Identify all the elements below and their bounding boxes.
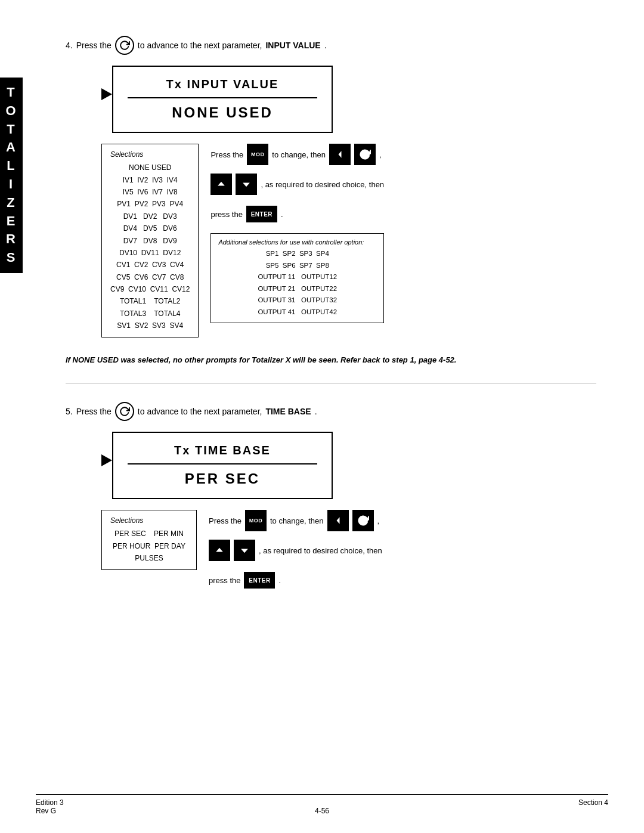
press-mod-line-2: Press the MOD to change, then , xyxy=(209,510,382,531)
step5-text2: to advance to the next parameter, xyxy=(138,407,262,416)
display-box-time-base: Tx TIME BASE PER SEC xyxy=(112,432,333,499)
sidebar-letter-s: S xyxy=(2,249,20,267)
additional-content: SP1 SP2 SP3 SP4 SP5 SP6 SP7 SP8 OUTPUT 1… xyxy=(218,248,376,318)
additional-title: Additional selections for use with contr… xyxy=(218,239,376,246)
page: T O T A L I Z E R S 4. Press the to adva… xyxy=(0,0,644,833)
svg-marker-5 xyxy=(241,549,248,553)
section2-step5: 5. Press the to advance to the next para… xyxy=(66,402,608,589)
sidebar-letter-t: T xyxy=(2,83,20,102)
display-line1-time: Tx TIME BASE xyxy=(128,444,317,457)
sidebar-letter-e: E xyxy=(2,212,20,231)
svg-marker-2 xyxy=(243,183,250,187)
sidebar-letter-i: I xyxy=(2,175,20,194)
up-down-line-2: , as required to desired choice, then xyxy=(209,540,382,561)
press-the-2: press the xyxy=(209,576,240,585)
section-divider xyxy=(66,383,596,384)
selections-content-2: PER SEC PER MIN PER HOUR PER DAY PULSES xyxy=(110,528,188,564)
note-text: If NONE USED was selected, no other prom… xyxy=(66,354,608,366)
additional-selections-box: Additional selections for use with contr… xyxy=(210,233,384,323)
step5-num: 5. xyxy=(66,407,73,416)
step5-period: . xyxy=(315,407,317,416)
comma-2: , xyxy=(377,516,380,525)
sidebar-letter-r: R xyxy=(2,230,20,249)
step5-param: TIME BASE xyxy=(265,407,311,416)
display-box-input-value: Tx INPUT VALUE NONE USED xyxy=(112,66,333,133)
enter-button-1[interactable]: ENTER xyxy=(246,206,277,222)
svg-marker-0 xyxy=(338,151,341,158)
footer-left: Edition 3 Rev G xyxy=(36,798,64,815)
step4-text: Press the xyxy=(76,41,112,50)
to-change-then-2: to change, then xyxy=(270,516,324,525)
section1-step4: 4. Press the to advance to the next para… xyxy=(66,36,608,337)
cycle-button-3[interactable] xyxy=(352,510,374,531)
as-required-1: , as required to desired choice, then xyxy=(261,180,384,189)
up-arrow-button-1[interactable] xyxy=(210,174,232,195)
up-down-line-1: , as required to desired choice, then xyxy=(210,174,384,195)
sidebar-letter-l: L xyxy=(2,157,20,175)
step4-param: INPUT VALUE xyxy=(265,41,320,50)
step4-period: . xyxy=(324,41,327,50)
footer-edition: Edition 3 xyxy=(36,798,64,807)
press-enter-line-2: press the ENTER . xyxy=(209,572,382,589)
mod-button-2[interactable]: MOD xyxy=(245,510,267,531)
selections-title-2: Selections xyxy=(110,515,188,527)
cycle-button-icon[interactable] xyxy=(115,36,134,55)
comma-1: , xyxy=(379,150,382,159)
footer-right: Section 4 xyxy=(578,798,608,815)
mod-button-1[interactable]: MOD xyxy=(247,144,268,165)
press-text-2: Press the xyxy=(209,516,242,525)
selections-box-input: Selections NONE USED IV1 IV2 IV3 IV4 IV5… xyxy=(101,144,199,337)
footer-rev: Rev G xyxy=(36,807,64,815)
press-text-1: Press the xyxy=(210,150,243,159)
period-enter-1: . xyxy=(281,210,283,219)
arrow-right-2 xyxy=(101,454,112,466)
left-arrow-button-2[interactable] xyxy=(327,510,349,531)
svg-marker-3 xyxy=(336,517,339,524)
display-line2-input: NONE USED xyxy=(128,104,317,121)
enter-button-2[interactable]: ENTER xyxy=(244,572,275,589)
press-the-1: press the xyxy=(210,210,242,219)
selections-content-1: NONE USED IV1 IV2 IV3 IV4 IV5 IV6 IV7 IV… xyxy=(110,162,190,332)
step5-text: Press the xyxy=(76,407,112,416)
display-line1-input: Tx INPUT VALUE xyxy=(128,78,317,91)
arrow-right-1 xyxy=(101,88,112,100)
press-enter-line-1: press the ENTER . xyxy=(210,206,384,222)
step4-line: 4. Press the to advance to the next para… xyxy=(66,36,608,55)
down-arrow-button-1[interactable] xyxy=(236,174,257,195)
as-required-2: , as required to desired choice, then xyxy=(259,546,382,555)
enter-label-1: ENTER xyxy=(251,211,273,218)
up-arrow-button-2[interactable] xyxy=(209,540,230,561)
down-arrow-button-2[interactable] xyxy=(234,540,255,561)
display-divider-2 xyxy=(128,463,317,465)
step4-num: 4. xyxy=(66,41,73,50)
to-change-then-1: to change, then xyxy=(272,150,326,159)
svg-marker-4 xyxy=(216,548,223,552)
display-line2-time: PER SEC xyxy=(128,470,317,487)
step4-text2: to advance to the next parameter, xyxy=(138,41,262,50)
sidebar-letter-o: O xyxy=(2,102,20,120)
svg-marker-1 xyxy=(218,182,225,186)
selections-title-1: Selections xyxy=(110,149,190,160)
sidebar-label: T O T A L I Z E R S xyxy=(0,78,23,273)
display-divider-1 xyxy=(128,97,317,98)
step5-line: 5. Press the to advance to the next para… xyxy=(66,402,608,421)
footer-page-num: 4-56 xyxy=(315,807,329,815)
cycle-button-2[interactable] xyxy=(354,144,376,165)
sidebar-letter-z: Z xyxy=(2,194,20,212)
left-arrow-button-1[interactable] xyxy=(329,144,351,165)
period-enter-2: . xyxy=(278,576,281,585)
sidebar-letter-a: A xyxy=(2,138,20,157)
enter-label-2: ENTER xyxy=(249,577,270,584)
press-mod-line-1: Press the MOD to change, then xyxy=(210,144,384,165)
cycle-button-icon-2[interactable] xyxy=(115,402,134,421)
sidebar-letter-t2: T xyxy=(2,120,20,139)
selections-box-time: Selections PER SEC PER MIN PER HOUR PER … xyxy=(101,510,197,569)
